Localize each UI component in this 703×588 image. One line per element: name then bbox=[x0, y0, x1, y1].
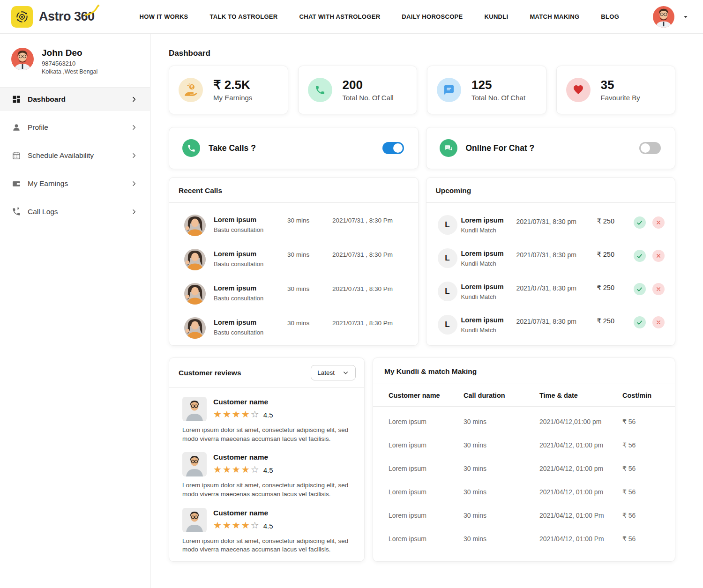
user-phone: 9874563210 bbox=[42, 60, 97, 67]
chevron-down-icon bbox=[342, 369, 349, 376]
svg-text:₹: ₹ bbox=[191, 85, 194, 89]
col-call-duration: Call duration bbox=[464, 392, 539, 399]
nav-item[interactable]: DAILY HOROSCOPE bbox=[402, 13, 463, 20]
call-duration: 30 mins bbox=[287, 251, 332, 258]
nav-item[interactable]: TALK TO ASTROLGER bbox=[210, 13, 278, 20]
stat-value: 125 bbox=[471, 78, 525, 92]
reject-booking-button[interactable] bbox=[652, 283, 665, 295]
accept-booking-button[interactable] bbox=[634, 250, 646, 262]
call-duration: 30 mins bbox=[287, 217, 332, 224]
stat-label: Total No. Of Call bbox=[343, 94, 394, 102]
upcoming-title: Upcoming bbox=[426, 178, 675, 203]
stat-card-earnings: ₹ ₹ 2.5K My Earnings bbox=[169, 66, 288, 114]
sidebar-item-schedule-availability[interactable]: Schedule Availability bbox=[0, 144, 150, 167]
upcoming-row: L Lorem ipsum Kundli Match 2021/07/31, 8… bbox=[438, 208, 664, 242]
table-row: Lorem ipsum 30 mins 2021/04/12, 01:00 pm… bbox=[373, 457, 675, 480]
nav-item[interactable]: BLOG bbox=[601, 13, 619, 20]
accept-booking-button[interactable] bbox=[634, 316, 646, 328]
sidebar-item-dashboard[interactable]: Dashboard bbox=[0, 88, 150, 111]
sidebar-item-label: Dashboard bbox=[28, 95, 66, 104]
call-service: Bastu consultation bbox=[214, 329, 287, 336]
customer-reviews-title: Customer reviews bbox=[179, 369, 241, 377]
take-calls-toggle[interactable] bbox=[382, 142, 404, 154]
cell-customer-name: Lorem ipsum bbox=[389, 512, 464, 519]
nav-item[interactable]: KUNDLI bbox=[485, 13, 509, 20]
call-datetime: 2021/07/31 , 8:30 Pm bbox=[332, 251, 406, 258]
stat-label: Favourite By bbox=[601, 94, 640, 102]
rating-value: 4.5 bbox=[263, 522, 273, 530]
star-rating: ★★★★☆4.5 bbox=[213, 522, 273, 530]
reject-booking-button[interactable] bbox=[652, 316, 665, 328]
col-customer-name: Customer name bbox=[389, 392, 464, 399]
chevron-right-icon bbox=[130, 208, 138, 216]
earnings-hand-coin-icon: ₹ bbox=[179, 78, 203, 102]
account-menu[interactable] bbox=[653, 6, 690, 28]
review-text: Lorem ipsum dolor sit amet, consectetur … bbox=[182, 481, 351, 499]
nav-item[interactable]: MATCH MAKING bbox=[530, 13, 579, 20]
upcoming-row: L Lorem ipsum Kundli Match 2021/07/31, 8… bbox=[438, 242, 664, 275]
table-row: Lorem ipsum 30 mins 2021/04/12, 01:00 pm… bbox=[373, 480, 675, 504]
star-icon: ★★★★ bbox=[213, 409, 251, 419]
accept-booking-button[interactable] bbox=[634, 283, 646, 295]
customer-initial-avatar: L bbox=[438, 282, 457, 301]
cell-time-date: 2021/04/12, 01:00 Pm bbox=[539, 535, 622, 543]
cell-time-date: 2021/04/12, 01:00 pm bbox=[539, 441, 622, 449]
cell-customer-name: Lorem ipsum bbox=[389, 535, 464, 543]
cell-time-date: 2021/04/12, 01:00 pm bbox=[539, 488, 622, 496]
caller-name: Lorem ipsum bbox=[214, 250, 287, 258]
star-icon: ★★★★ bbox=[213, 464, 251, 475]
reject-booking-button[interactable] bbox=[652, 216, 665, 229]
top-navbar: Astro 360 HOW IT WORKS TALK TO ASTROLGER… bbox=[0, 0, 703, 34]
reviewer-avatar bbox=[182, 508, 207, 532]
nav-item[interactable]: HOW IT WORKS bbox=[140, 13, 188, 20]
person-icon bbox=[11, 122, 22, 133]
chevron-right-icon bbox=[130, 124, 138, 131]
star-rating: ★★★★☆4.5 bbox=[213, 411, 273, 419]
booking-amount: ₹ 250 bbox=[597, 317, 634, 325]
user-avatar[interactable] bbox=[653, 6, 674, 28]
sidebar-item-label: Profile bbox=[28, 123, 48, 132]
sidebar-item-profile[interactable]: Profile bbox=[0, 116, 150, 139]
caller-avatar bbox=[184, 215, 206, 236]
kundli-table-header: Customer name Call duration Time & date … bbox=[373, 384, 675, 407]
cell-customer-name: Lorem ipsum bbox=[389, 465, 464, 472]
cell-time-date: 2021/04/12, 01:00 pm bbox=[539, 465, 622, 472]
cell-cost: ₹ 56 bbox=[622, 488, 675, 496]
lists-row: Recent Calls bbox=[169, 177, 675, 346]
cell-cost: ₹ 56 bbox=[622, 441, 675, 449]
caller-avatar bbox=[184, 249, 206, 270]
review-item: Customer name ★★★★☆4.5 Lorem ipsum dolor… bbox=[182, 452, 351, 499]
reviews-sort-dropdown[interactable]: Latest bbox=[311, 365, 356, 380]
stats-row: ₹ ₹ 2.5K My Earnings 200 Total No. Of Ca… bbox=[169, 66, 675, 114]
toggle-knob bbox=[393, 143, 403, 153]
sidebar-item-my-earnings[interactable]: My Earnings bbox=[0, 172, 150, 195]
sidebar-item-label: Call Logs bbox=[28, 208, 58, 216]
brand-logo[interactable]: Astro 360 bbox=[11, 6, 95, 28]
reviewer-name: Customer name bbox=[213, 398, 273, 406]
call-datetime: 2021/07/31 , 8:30 Pm bbox=[332, 217, 406, 224]
cell-call-duration: 30 mins bbox=[464, 441, 539, 449]
call-datetime: 2021/07/31 , 8:30 Pm bbox=[332, 285, 406, 292]
user-location: Kolkata ,West Bengal bbox=[42, 68, 97, 75]
review-item: Customer name ★★★★☆4.5 Lorem ipsum dolor… bbox=[182, 508, 351, 554]
online-chat-toggle[interactable] bbox=[639, 142, 661, 154]
caller-avatar bbox=[184, 317, 206, 339]
reviewer-avatar bbox=[182, 397, 207, 421]
nav-item[interactable]: CHAT WITH ASTROLOGER bbox=[299, 13, 381, 20]
call-duration: 30 mins bbox=[287, 285, 332, 292]
accept-booking-button[interactable] bbox=[634, 216, 646, 229]
call-duration: 30 mins bbox=[287, 320, 332, 327]
chevron-right-icon bbox=[130, 180, 138, 187]
stat-card-favourites: 35 Favourite By bbox=[556, 66, 676, 114]
cell-time-date: 2021/04/12,01:00 pm bbox=[539, 418, 622, 425]
take-calls-card: Take Calls ? bbox=[169, 127, 419, 169]
reject-booking-button[interactable] bbox=[652, 250, 665, 262]
caret-down-icon[interactable] bbox=[681, 13, 690, 21]
col-cost-min: Cost/min bbox=[622, 392, 675, 399]
take-calls-label: Take Calls ? bbox=[209, 143, 256, 153]
astro360-logo-icon bbox=[11, 6, 33, 28]
sidebar-item-call-logs[interactable]: Call Logs bbox=[0, 200, 150, 223]
kundli-match-card: My Kundli & match Making Customer name C… bbox=[373, 357, 675, 562]
recent-call-row: Lorem ipsum Bastu consultation 30 mins 2… bbox=[184, 277, 406, 311]
upcoming-card: Upcoming L Lorem ipsum Kundli Match 2021… bbox=[426, 177, 676, 346]
